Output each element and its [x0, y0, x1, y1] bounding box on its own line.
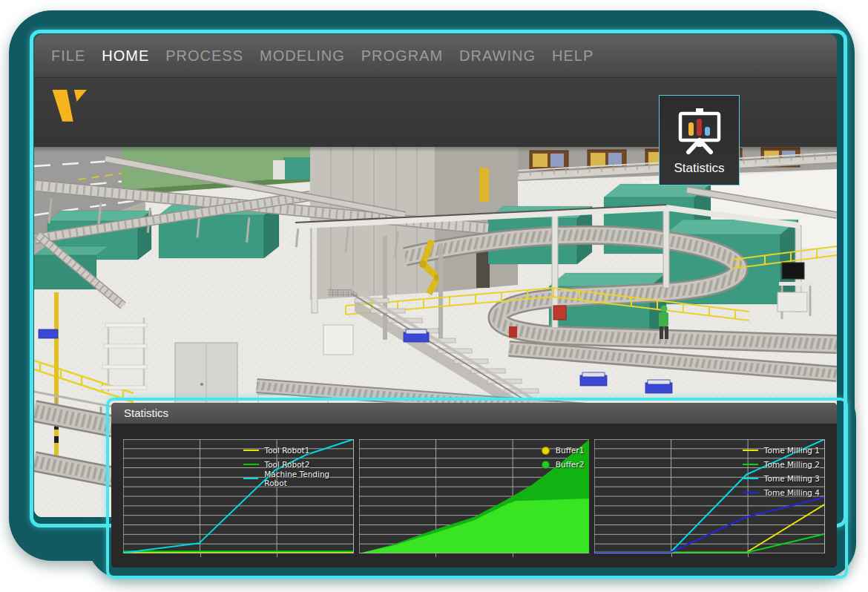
chart-legend: Tome Milling 1Tome Milling 2Tome Milling…: [743, 446, 820, 497]
chart-legend: Tool Robot1Tool Robot2Machine Tending Ro…: [243, 446, 354, 483]
legend-swatch: [743, 492, 758, 494]
menu-item-modeling[interactable]: MODELING: [251, 34, 353, 77]
red-box: [509, 326, 517, 338]
legend-item: Tome Milling 1: [743, 446, 820, 455]
statistics-button-label: Statistics: [674, 161, 724, 176]
chart-robot-utilization: Tool Robot1Tool Robot2Machine Tending Ro…: [123, 439, 354, 553]
legend-label: Tome Milling 3: [764, 474, 820, 483]
chart-milling-machines: Tome Milling 1Tome Milling 2Tome Milling…: [594, 439, 825, 553]
menu-item-file[interactable]: FILE: [43, 34, 93, 77]
statistics-button[interactable]: Statistics: [659, 95, 740, 185]
legend-label: Tool Robot1: [265, 446, 310, 455]
red-panel: [553, 306, 566, 320]
legend-label: Tome Milling 1: [764, 446, 820, 455]
legend-swatch: [542, 447, 550, 455]
legend-label: Tome Milling 2: [764, 460, 820, 469]
statistics-panel-title: Statistics: [124, 407, 168, 419]
legend-label: Buffer2: [556, 460, 585, 469]
application-window: FILE HOME PROCESS MODELING PROGRAM DRAWI…: [0, 0, 868, 592]
legend-item: Buffer1: [542, 446, 585, 455]
chart-legend: Buffer1Buffer2: [542, 446, 585, 469]
legend-item: Buffer2: [542, 460, 585, 469]
legend-label: Tool Robot2: [265, 460, 310, 469]
menu-item-help[interactable]: HELP: [544, 34, 602, 77]
presentation-bar-chart-icon: [676, 108, 723, 154]
legend-item: Tome Milling 3: [743, 474, 820, 483]
legend-swatch: [542, 461, 550, 469]
legend-swatch: [743, 464, 758, 466]
legend-item: Tome Milling 4: [743, 488, 820, 497]
legend-swatch: [243, 478, 259, 480]
menu-item-program[interactable]: PROGRAM: [353, 34, 451, 77]
menu-item-drawing[interactable]: DRAWING: [451, 34, 544, 77]
charts-row: Tool Robot1Tool Robot2Machine Tending Ro…: [111, 424, 837, 553]
menu-item-home[interactable]: HOME: [93, 34, 157, 77]
legend-label: Tome Milling 4: [764, 488, 820, 497]
statistics-panel-titlebar[interactable]: Statistics: [111, 403, 837, 424]
legend-swatch: [743, 478, 758, 480]
legend-item: Tome Milling 2: [743, 460, 820, 469]
chart-buffers: Buffer1Buffer2: [359, 439, 590, 553]
legend-item: Tool Robot2: [243, 460, 354, 469]
legend-swatch: [243, 464, 259, 466]
v-logo-icon: [52, 90, 89, 122]
legend-item: Tool Robot1: [243, 446, 354, 455]
legend-item: Machine Tending Robot: [243, 474, 354, 483]
menu-item-process[interactable]: PROCESS: [157, 34, 251, 77]
legend-swatch: [243, 450, 259, 452]
statistics-panel: Statistics Tool Robot1Tool Robot2Machine…: [111, 403, 837, 568]
legend-label: Machine Tending Robot: [264, 470, 353, 487]
legend-label: Buffer1: [556, 446, 585, 455]
menu-bar: FILE HOME PROCESS MODELING PROGRAM DRAWI…: [34, 34, 837, 78]
hazard-pole: [54, 292, 59, 467]
legend-swatch: [743, 450, 758, 452]
